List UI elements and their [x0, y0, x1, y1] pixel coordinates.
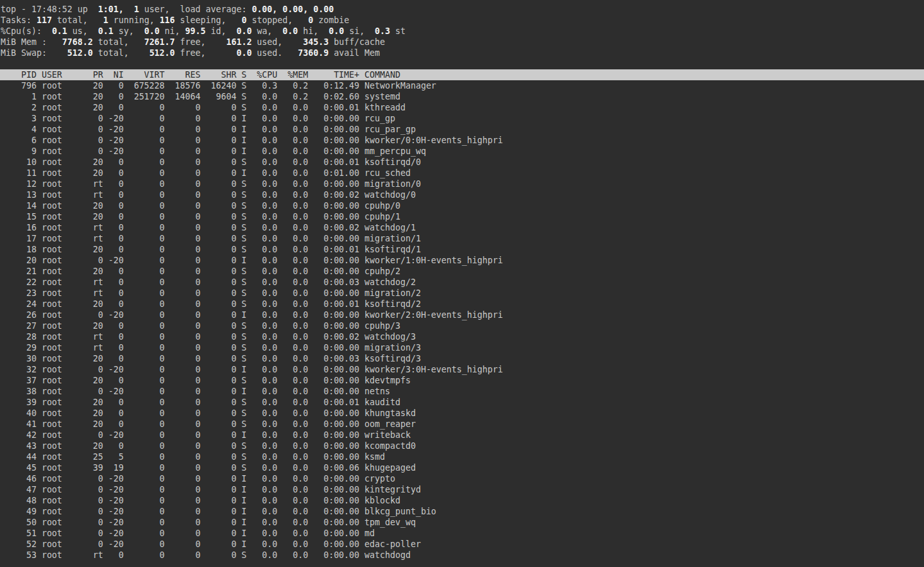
- process-row: 29 root rt 0 0 0 0 S 0.0 0.0 0:00.00 mig…: [0, 342, 924, 353]
- process-row: 26 root 0 -20 0 0 0 I 0.0 0.0 0:00.00 kw…: [0, 310, 924, 320]
- process-table-header: PID USER PR NI VIRT RES SHR S %CPU %MEM …: [0, 69, 924, 80]
- summary-line-2: %Cpu(s): 0.1 us, 0.1 sy, 0.0 ni, 99.5 id…: [0, 26, 924, 37]
- process-row: 13 root rt 0 0 0 0 S 0.0 0.0 0:00.02 wat…: [0, 189, 924, 200]
- process-row: 49 root 0 -20 0 0 0 I 0.0 0.0 0:00.00 bl…: [0, 506, 924, 517]
- process-row: 1 root 20 0 251720 14064 9604 S 0.0 0.2 …: [0, 91, 924, 102]
- process-row: 44 root 25 5 0 0 0 S 0.0 0.0 0:00.00 ksm…: [0, 451, 924, 462]
- process-row: 50 root 0 -20 0 0 0 I 0.0 0.0 0:00.00 tp…: [0, 517, 924, 528]
- process-row: 41 root 20 0 0 0 0 S 0.0 0.0 0:00.00 oom…: [0, 419, 924, 430]
- blank-line: [0, 58, 924, 69]
- process-row: 21 root 20 0 0 0 0 S 0.0 0.0 0:00.00 cpu…: [0, 266, 924, 277]
- process-row: 2 root 20 0 0 0 0 S 0.0 0.0 0:00.01 kthr…: [0, 102, 924, 113]
- process-row: 52 root 0 -20 0 0 0 I 0.0 0.0 0:00.00 ed…: [0, 539, 924, 550]
- process-row: 23 root rt 0 0 0 0 S 0.0 0.0 0:00.00 mig…: [0, 288, 924, 299]
- process-row: 24 root 20 0 0 0 0 S 0.0 0.0 0:00.01 kso…: [0, 299, 924, 310]
- process-row: 40 root 20 0 0 0 0 S 0.0 0.0 0:00.00 khu…: [0, 408, 924, 419]
- process-row: 9 root 0 -20 0 0 0 I 0.0 0.0 0:00.00 mm_…: [0, 146, 924, 157]
- process-row: 47 root 0 -20 0 0 0 I 0.0 0.0 0:00.00 ki…: [0, 484, 924, 495]
- process-row: 32 root 0 -20 0 0 0 I 0.0 0.0 0:00.00 kw…: [0, 364, 924, 375]
- process-row: 22 root rt 0 0 0 0 S 0.0 0.0 0:00.03 wat…: [0, 277, 924, 288]
- process-row: 51 root 0 -20 0 0 0 I 0.0 0.0 0:00.00 md: [0, 528, 924, 539]
- process-row: 42 root 0 -20 0 0 0 I 0.0 0.0 0:00.00 wr…: [0, 430, 924, 441]
- process-row: 14 root 20 0 0 0 0 S 0.0 0.0 0:00.00 cpu…: [0, 200, 924, 211]
- summary-line-0: top - 17:48:52 up 1:01, 1 user, load ave…: [0, 4, 924, 15]
- process-row: 15 root 20 0 0 0 0 S 0.0 0.0 0:00.00 cpu…: [0, 211, 924, 222]
- process-row: 28 root rt 0 0 0 0 S 0.0 0.0 0:00.02 wat…: [0, 331, 924, 342]
- process-row: 37 root 20 0 0 0 0 S 0.0 0.0 0:00.00 kde…: [0, 375, 924, 386]
- process-row: 43 root 20 0 0 0 0 S 0.0 0.0 0:00.00 kco…: [0, 441, 924, 451]
- process-row: 11 root 20 0 0 0 0 I 0.0 0.0 0:01.00 rcu…: [0, 168, 924, 179]
- process-row: 48 root 0 -20 0 0 0 I 0.0 0.0 0:00.00 kb…: [0, 495, 924, 506]
- process-row: 3 root 0 -20 0 0 0 I 0.0 0.0 0:00.00 rcu…: [0, 113, 924, 124]
- process-row: 53 root rt 0 0 0 0 S 0.0 0.0 0:00.00 wat…: [0, 550, 924, 561]
- process-row: 17 root rt 0 0 0 0 S 0.0 0.0 0:00.00 mig…: [0, 233, 924, 244]
- process-row: 45 root 39 19 0 0 0 S 0.0 0.0 0:00.06 kh…: [0, 462, 924, 473]
- top-summary: top - 17:48:52 up 1:01, 1 user, load ave…: [0, 4, 924, 58]
- process-row: 16 root rt 0 0 0 0 S 0.0 0.0 0:00.02 wat…: [0, 222, 924, 233]
- process-row: 27 root 20 0 0 0 0 S 0.0 0.0 0:00.00 cpu…: [0, 320, 924, 331]
- summary-line-4: MiB Swap: 512.0 total, 512.0 free, 0.0 u…: [0, 48, 924, 58]
- process-row: 30 root 20 0 0 0 0 S 0.0 0.0 0:00.03 kso…: [0, 353, 924, 364]
- process-row: 6 root 0 -20 0 0 0 I 0.0 0.0 0:00.00 kwo…: [0, 135, 924, 146]
- summary-line-3: MiB Mem : 7768.2 total, 7261.7 free, 161…: [0, 37, 924, 48]
- process-row: 46 root 0 -20 0 0 0 I 0.0 0.0 0:00.00 cr…: [0, 473, 924, 484]
- process-row: 4 root 0 -20 0 0 0 I 0.0 0.0 0:00.00 rcu…: [0, 124, 924, 135]
- process-row: 12 root rt 0 0 0 0 S 0.0 0.0 0:00.00 mig…: [0, 179, 924, 189]
- summary-line-1: Tasks: 117 total, 1 running, 116 sleepin…: [0, 15, 924, 26]
- process-row: 10 root 20 0 0 0 0 S 0.0 0.0 0:00.01 kso…: [0, 157, 924, 168]
- process-table: 796 root 20 0 675228 18576 16240 S 0.3 0…: [0, 80, 924, 561]
- process-row: 39 root 20 0 0 0 0 S 0.0 0.0 0:00.01 kau…: [0, 397, 924, 408]
- process-row: 18 root 20 0 0 0 0 S 0.0 0.0 0:00.01 kso…: [0, 244, 924, 255]
- process-row: 796 root 20 0 675228 18576 16240 S 0.3 0…: [0, 80, 924, 91]
- terminal-screen[interactable]: top - 17:48:52 up 1:01, 1 user, load ave…: [0, 0, 924, 567]
- process-row: 38 root 0 -20 0 0 0 I 0.0 0.0 0:00.00 ne…: [0, 386, 924, 397]
- process-row: 20 root 0 -20 0 0 0 I 0.0 0.0 0:00.00 kw…: [0, 255, 924, 266]
